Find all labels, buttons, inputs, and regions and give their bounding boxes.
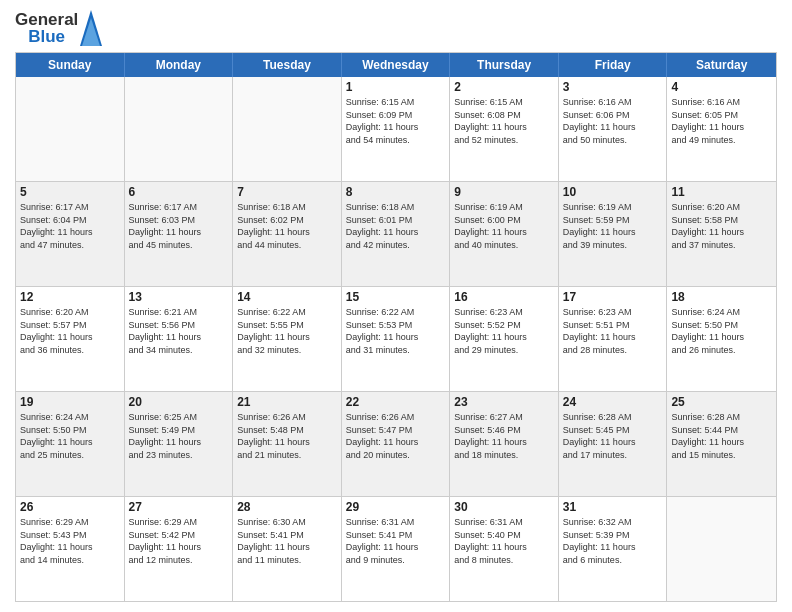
calendar-cell: 13Sunrise: 6:21 AM Sunset: 5:56 PM Dayli… — [125, 287, 234, 391]
calendar-cell: 4Sunrise: 6:16 AM Sunset: 6:05 PM Daylig… — [667, 77, 776, 181]
day-number: 16 — [454, 290, 554, 304]
day-info: Sunrise: 6:15 AM Sunset: 6:08 PM Dayligh… — [454, 96, 554, 146]
day-info: Sunrise: 6:22 AM Sunset: 5:53 PM Dayligh… — [346, 306, 446, 356]
day-info: Sunrise: 6:15 AM Sunset: 6:09 PM Dayligh… — [346, 96, 446, 146]
day-info: Sunrise: 6:20 AM Sunset: 5:58 PM Dayligh… — [671, 201, 772, 251]
day-info: Sunrise: 6:21 AM Sunset: 5:56 PM Dayligh… — [129, 306, 229, 356]
day-number: 26 — [20, 500, 120, 514]
calendar-cell — [125, 77, 234, 181]
day-info: Sunrise: 6:25 AM Sunset: 5:49 PM Dayligh… — [129, 411, 229, 461]
day-number: 28 — [237, 500, 337, 514]
day-number: 27 — [129, 500, 229, 514]
calendar-cell: 17Sunrise: 6:23 AM Sunset: 5:51 PM Dayli… — [559, 287, 668, 391]
day-info: Sunrise: 6:20 AM Sunset: 5:57 PM Dayligh… — [20, 306, 120, 356]
day-info: Sunrise: 6:17 AM Sunset: 6:03 PM Dayligh… — [129, 201, 229, 251]
logo-blue-text: Blue — [28, 28, 65, 45]
header: General Blue — [15, 10, 777, 46]
weekday-header: Friday — [559, 53, 668, 77]
day-number: 3 — [563, 80, 663, 94]
calendar-cell: 2Sunrise: 6:15 AM Sunset: 6:08 PM Daylig… — [450, 77, 559, 181]
calendar-cell: 14Sunrise: 6:22 AM Sunset: 5:55 PM Dayli… — [233, 287, 342, 391]
calendar-cell: 28Sunrise: 6:30 AM Sunset: 5:41 PM Dayli… — [233, 497, 342, 601]
calendar-row: 5Sunrise: 6:17 AM Sunset: 6:04 PM Daylig… — [16, 181, 776, 286]
calendar-cell: 11Sunrise: 6:20 AM Sunset: 5:58 PM Dayli… — [667, 182, 776, 286]
day-number: 23 — [454, 395, 554, 409]
page: General Blue SundayMondayTuesdayWednesda… — [0, 0, 792, 612]
weekday-header: Tuesday — [233, 53, 342, 77]
day-number: 21 — [237, 395, 337, 409]
day-number: 15 — [346, 290, 446, 304]
day-number: 17 — [563, 290, 663, 304]
day-number: 31 — [563, 500, 663, 514]
weekday-header: Thursday — [450, 53, 559, 77]
weekday-header: Wednesday — [342, 53, 451, 77]
calendar-row: 19Sunrise: 6:24 AM Sunset: 5:50 PM Dayli… — [16, 391, 776, 496]
day-info: Sunrise: 6:28 AM Sunset: 5:44 PM Dayligh… — [671, 411, 772, 461]
day-info: Sunrise: 6:22 AM Sunset: 5:55 PM Dayligh… — [237, 306, 337, 356]
logo-triangle-icon — [80, 10, 102, 46]
day-info: Sunrise: 6:31 AM Sunset: 5:41 PM Dayligh… — [346, 516, 446, 566]
day-number: 4 — [671, 80, 772, 94]
calendar-body: 1Sunrise: 6:15 AM Sunset: 6:09 PM Daylig… — [16, 77, 776, 601]
logo-general-text: General — [15, 11, 78, 28]
day-number: 5 — [20, 185, 120, 199]
calendar-cell — [233, 77, 342, 181]
day-number: 30 — [454, 500, 554, 514]
day-number: 10 — [563, 185, 663, 199]
day-info: Sunrise: 6:19 AM Sunset: 6:00 PM Dayligh… — [454, 201, 554, 251]
weekday-header: Sunday — [16, 53, 125, 77]
calendar-cell — [667, 497, 776, 601]
calendar-cell: 7Sunrise: 6:18 AM Sunset: 6:02 PM Daylig… — [233, 182, 342, 286]
day-info: Sunrise: 6:28 AM Sunset: 5:45 PM Dayligh… — [563, 411, 663, 461]
day-info: Sunrise: 6:29 AM Sunset: 5:43 PM Dayligh… — [20, 516, 120, 566]
day-info: Sunrise: 6:23 AM Sunset: 5:51 PM Dayligh… — [563, 306, 663, 356]
calendar: SundayMondayTuesdayWednesdayThursdayFrid… — [15, 52, 777, 602]
day-number: 12 — [20, 290, 120, 304]
calendar-cell: 22Sunrise: 6:26 AM Sunset: 5:47 PM Dayli… — [342, 392, 451, 496]
day-number: 8 — [346, 185, 446, 199]
day-number: 19 — [20, 395, 120, 409]
day-info: Sunrise: 6:27 AM Sunset: 5:46 PM Dayligh… — [454, 411, 554, 461]
day-info: Sunrise: 6:16 AM Sunset: 6:05 PM Dayligh… — [671, 96, 772, 146]
calendar-cell: 27Sunrise: 6:29 AM Sunset: 5:42 PM Dayli… — [125, 497, 234, 601]
day-number: 9 — [454, 185, 554, 199]
logo: General Blue — [15, 10, 102, 46]
calendar-row: 1Sunrise: 6:15 AM Sunset: 6:09 PM Daylig… — [16, 77, 776, 181]
day-info: Sunrise: 6:19 AM Sunset: 5:59 PM Dayligh… — [563, 201, 663, 251]
day-number: 11 — [671, 185, 772, 199]
day-number: 13 — [129, 290, 229, 304]
calendar-cell: 3Sunrise: 6:16 AM Sunset: 6:06 PM Daylig… — [559, 77, 668, 181]
calendar-cell: 26Sunrise: 6:29 AM Sunset: 5:43 PM Dayli… — [16, 497, 125, 601]
calendar-cell: 24Sunrise: 6:28 AM Sunset: 5:45 PM Dayli… — [559, 392, 668, 496]
weekday-header: Monday — [125, 53, 234, 77]
calendar-cell: 20Sunrise: 6:25 AM Sunset: 5:49 PM Dayli… — [125, 392, 234, 496]
day-info: Sunrise: 6:31 AM Sunset: 5:40 PM Dayligh… — [454, 516, 554, 566]
day-number: 14 — [237, 290, 337, 304]
day-info: Sunrise: 6:29 AM Sunset: 5:42 PM Dayligh… — [129, 516, 229, 566]
calendar-header: SundayMondayTuesdayWednesdayThursdayFrid… — [16, 53, 776, 77]
day-info: Sunrise: 6:24 AM Sunset: 5:50 PM Dayligh… — [20, 411, 120, 461]
day-number: 24 — [563, 395, 663, 409]
day-info: Sunrise: 6:18 AM Sunset: 6:01 PM Dayligh… — [346, 201, 446, 251]
calendar-cell: 12Sunrise: 6:20 AM Sunset: 5:57 PM Dayli… — [16, 287, 125, 391]
day-number: 18 — [671, 290, 772, 304]
day-info: Sunrise: 6:26 AM Sunset: 5:48 PM Dayligh… — [237, 411, 337, 461]
calendar-cell: 19Sunrise: 6:24 AM Sunset: 5:50 PM Dayli… — [16, 392, 125, 496]
day-info: Sunrise: 6:32 AM Sunset: 5:39 PM Dayligh… — [563, 516, 663, 566]
calendar-cell: 5Sunrise: 6:17 AM Sunset: 6:04 PM Daylig… — [16, 182, 125, 286]
calendar-cell: 23Sunrise: 6:27 AM Sunset: 5:46 PM Dayli… — [450, 392, 559, 496]
calendar-cell: 8Sunrise: 6:18 AM Sunset: 6:01 PM Daylig… — [342, 182, 451, 286]
calendar-cell: 31Sunrise: 6:32 AM Sunset: 5:39 PM Dayli… — [559, 497, 668, 601]
day-info: Sunrise: 6:17 AM Sunset: 6:04 PM Dayligh… — [20, 201, 120, 251]
calendar-row: 12Sunrise: 6:20 AM Sunset: 5:57 PM Dayli… — [16, 286, 776, 391]
day-number: 20 — [129, 395, 229, 409]
day-number: 25 — [671, 395, 772, 409]
day-number: 1 — [346, 80, 446, 94]
calendar-cell: 1Sunrise: 6:15 AM Sunset: 6:09 PM Daylig… — [342, 77, 451, 181]
calendar-row: 26Sunrise: 6:29 AM Sunset: 5:43 PM Dayli… — [16, 496, 776, 601]
calendar-cell: 21Sunrise: 6:26 AM Sunset: 5:48 PM Dayli… — [233, 392, 342, 496]
calendar-cell: 10Sunrise: 6:19 AM Sunset: 5:59 PM Dayli… — [559, 182, 668, 286]
day-info: Sunrise: 6:18 AM Sunset: 6:02 PM Dayligh… — [237, 201, 337, 251]
calendar-cell: 15Sunrise: 6:22 AM Sunset: 5:53 PM Dayli… — [342, 287, 451, 391]
calendar-cell — [16, 77, 125, 181]
